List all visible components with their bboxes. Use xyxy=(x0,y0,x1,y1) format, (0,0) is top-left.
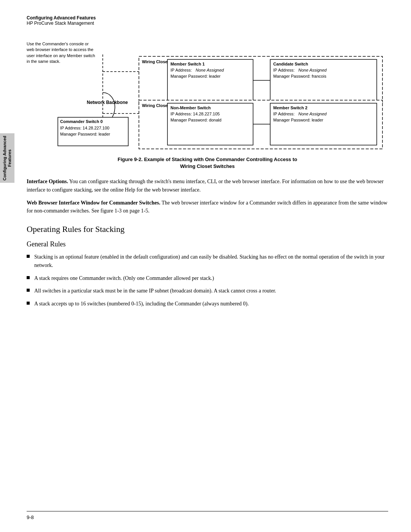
commander-switch-title: Commander Switch 0 xyxy=(60,119,103,124)
bullet-text-4: A stack accepts up to 16 switches (numbe… xyxy=(34,300,249,308)
non-member-switch-password: Manager Password: donald xyxy=(170,118,221,122)
bullet-icon xyxy=(27,276,30,279)
commander-switch-password: Manager Password: leader xyxy=(60,132,110,136)
interface-options-para: Interface Options. You can configure sta… xyxy=(27,177,388,194)
diagram-svg: Use the Commander's console or web brows… xyxy=(27,34,388,152)
non-member-switch-ip: IP Address: 14.28.227.105 xyxy=(170,112,220,116)
candidate-switch-password: Manager Password: francois xyxy=(273,74,327,78)
header-title: Configuring Advanced Features xyxy=(27,15,388,21)
bullet-icon xyxy=(27,255,30,258)
header-subtitle: HP ProCurve Stack Management xyxy=(27,21,388,26)
interface-options-text: You can configure stacking through the s… xyxy=(27,179,384,193)
web-browser-bold: Web Browser Interface Window for Command… xyxy=(27,200,160,206)
member-switch-1-password: Manager Password: leader xyxy=(170,74,221,78)
web-browser-para: Web Browser Interface Window for Command… xyxy=(27,199,388,215)
candidate-switch-ip-value: None Assigned xyxy=(298,68,327,72)
section-heading: Operating Rules for Stacking xyxy=(27,224,388,234)
member-switch-2-ip-value: None Assigned xyxy=(298,112,327,116)
member-switch-1-title: Member Switch 1 xyxy=(170,62,205,66)
list-item: A stack accepts up to 16 switches (numbe… xyxy=(27,300,388,308)
bullet-icon xyxy=(27,289,30,292)
member-switch-2-title: Member Switch 2 xyxy=(273,105,307,110)
body-section: Interface Options. You can configure sta… xyxy=(27,177,388,215)
non-member-switch-title: Non-Member Switch xyxy=(170,105,211,110)
page-container: Configuring Advanced Features Configurin… xyxy=(0,0,411,532)
figure-caption-line1: Figure 9-2. Example of Stacking with One… xyxy=(118,157,297,162)
list-item: Stacking is an optional feature (enabled… xyxy=(27,253,388,269)
member-switch-1-ip-value: None Assigned xyxy=(196,68,224,72)
main-content: Configuring Advanced Features HP ProCurv… xyxy=(15,0,411,532)
member-switch-1-ip-label: IP Address: xyxy=(170,68,192,72)
sidebar-label: Configuring Advanced Features xyxy=(2,136,12,181)
member-switch-2-password: Manager Password: leader xyxy=(273,118,323,122)
network-backbone-label: Network Backbone xyxy=(87,100,128,105)
page-header: Configuring Advanced Features HP ProCurv… xyxy=(27,15,388,26)
list-item: A stack requires one Commander switch. (… xyxy=(27,274,388,283)
bullet-icon xyxy=(27,302,30,305)
figure-caption: Figure 9-2. Example of Stacking with One… xyxy=(27,156,388,170)
page-number: 9-8 xyxy=(27,514,34,520)
member-switch-2-ip-label: IP Address: xyxy=(273,112,295,116)
list-item: All switches in a particular stack must … xyxy=(27,287,388,295)
bullet-text-2: A stack requires one Commander switch. (… xyxy=(34,274,214,283)
commander-switch-ip: IP Address: 14.28.227.100 xyxy=(60,126,109,130)
candidate-switch-title: Candidate Switch xyxy=(273,62,308,66)
sidebar: Configuring Advanced Features xyxy=(0,0,15,532)
sidebar-tab: Configuring Advanced Features xyxy=(0,133,14,183)
subsection-heading: General Rules xyxy=(27,240,388,248)
bullet-text-3: All switches in a particular stack must … xyxy=(34,287,276,295)
page-footer: 9-8 xyxy=(27,511,388,521)
interface-options-bold: Interface Options. xyxy=(27,179,68,184)
bullet-list: Stacking is an optional feature (enabled… xyxy=(27,253,388,308)
bullet-text-1: Stacking is an optional feature (enabled… xyxy=(34,253,388,269)
candidate-switch-ip-label: IP Address: xyxy=(273,68,295,72)
network-diagram: Use the Commander's console or web brows… xyxy=(27,34,388,153)
figure-caption-line2: Wiring Closet Switches xyxy=(180,163,235,169)
